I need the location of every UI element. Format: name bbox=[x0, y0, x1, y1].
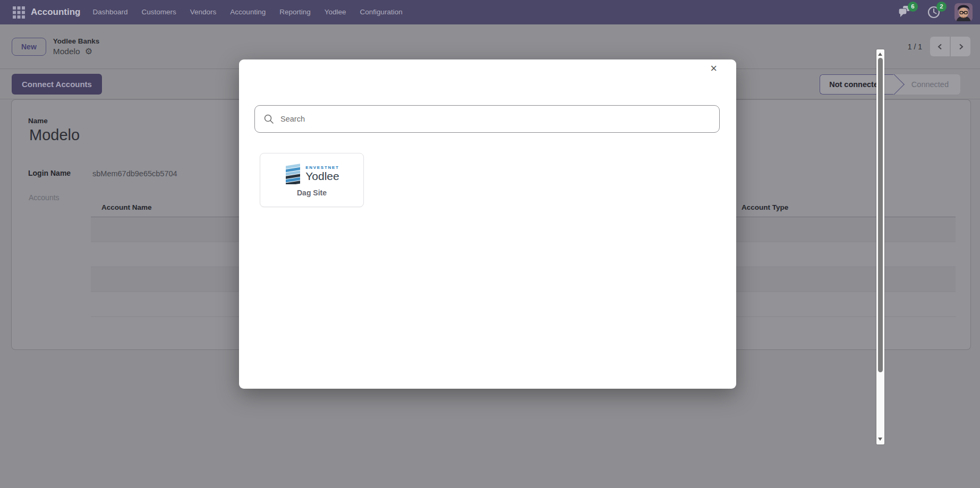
pager-count: 1 / 1 bbox=[908, 42, 922, 51]
yodlee-logo-mark-icon bbox=[284, 162, 301, 184]
accounts-field-label: Accounts bbox=[29, 193, 59, 202]
menu-item-customers[interactable]: Customers bbox=[135, 0, 183, 24]
column-account-type: Account Type bbox=[742, 203, 956, 211]
breadcrumb-parent[interactable]: Yodlee Banks bbox=[53, 37, 100, 45]
envestnet-wordmark: ENVESTNET bbox=[305, 165, 339, 170]
connect-accounts-button[interactable]: Connect Accounts bbox=[12, 74, 102, 95]
main-menu: Dashboard Customers Vendors Accounting R… bbox=[86, 0, 410, 24]
next-record-button[interactable] bbox=[951, 37, 970, 56]
app-name[interactable]: Accounting bbox=[31, 7, 81, 18]
scrollbar-thumb[interactable] bbox=[878, 58, 883, 372]
breadcrumb-current: Modelo bbox=[53, 47, 80, 56]
search-icon bbox=[263, 114, 274, 124]
new-button[interactable]: New bbox=[12, 38, 46, 56]
chevron-right-icon bbox=[958, 44, 964, 50]
activities-badge: 2 bbox=[936, 2, 947, 12]
gear-icon[interactable]: ⚙ bbox=[85, 47, 92, 56]
name-field-value[interactable]: Modelo bbox=[29, 126, 80, 144]
search-input[interactable] bbox=[280, 115, 719, 123]
envestnet-yodlee-logo: ENVESTNET Yodlee bbox=[284, 162, 339, 184]
provider-search bbox=[254, 105, 720, 133]
chevron-left-icon bbox=[937, 44, 943, 50]
provider-site-name: Dag Site bbox=[297, 189, 327, 197]
name-field-label: Name bbox=[28, 117, 48, 125]
user-avatar[interactable] bbox=[955, 3, 973, 21]
yodlee-wordmark: Yodlee bbox=[305, 170, 339, 182]
app-screen: Accounting Dashboard Customers Vendors A… bbox=[0, 0, 980, 488]
breadcrumb: Yodlee Banks Modelo ⚙ bbox=[53, 37, 100, 56]
login-name-field-value[interactable]: sbMem67db9e65cb5704 bbox=[92, 169, 177, 178]
navbar-systray: 6 2 bbox=[898, 3, 973, 21]
previous-record-button[interactable] bbox=[930, 37, 950, 56]
scroll-down-arrow-icon[interactable] bbox=[878, 438, 882, 441]
close-icon[interactable]: × bbox=[710, 63, 717, 74]
menu-item-yodlee[interactable]: Yodlee bbox=[318, 0, 353, 24]
scroll-up-arrow-icon[interactable] bbox=[878, 53, 882, 56]
record-pager: 1 / 1 bbox=[908, 37, 970, 56]
menu-item-accounting[interactable]: Accounting bbox=[223, 0, 272, 24]
state-steps: Not connected Connected bbox=[820, 74, 960, 95]
menu-item-configuration[interactable]: Configuration bbox=[353, 0, 410, 24]
login-name-field-label: Login Name bbox=[28, 169, 71, 177]
apps-grid-icon[interactable] bbox=[13, 6, 25, 19]
top-navbar: Accounting Dashboard Customers Vendors A… bbox=[0, 0, 980, 24]
bank-provider-dialog: × bbox=[239, 59, 736, 389]
menu-item-dashboard[interactable]: Dashboard bbox=[86, 0, 135, 24]
messages-button[interactable]: 6 bbox=[898, 5, 912, 19]
messages-badge: 6 bbox=[908, 2, 918, 12]
vertical-scrollbar[interactable] bbox=[876, 49, 884, 444]
menu-item-reporting[interactable]: Reporting bbox=[272, 0, 318, 24]
menu-item-vendors[interactable]: Vendors bbox=[183, 0, 224, 24]
activities-button[interactable]: 2 bbox=[927, 5, 941, 19]
provider-card-dag-site[interactable]: ENVESTNET Yodlee Dag Site bbox=[260, 153, 364, 207]
